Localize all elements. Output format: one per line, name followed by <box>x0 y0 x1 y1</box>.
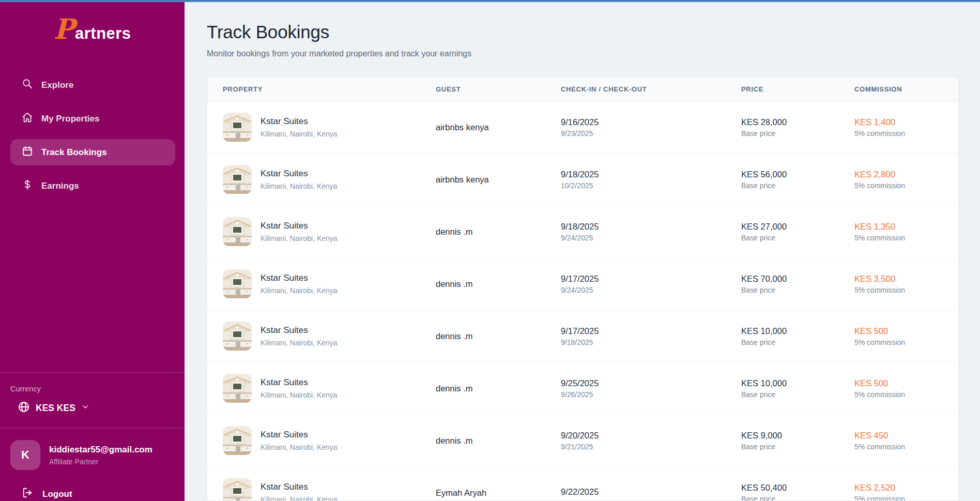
checkin-date: 9/18/2025 <box>561 222 741 232</box>
table-row[interactable]: Kstar Suites Kilimani, Nairobi, Kenya de… <box>207 258 958 310</box>
price-note: Base price <box>741 234 854 242</box>
price-value: KES 10,000 <box>741 326 854 336</box>
page-title: Track Bookings <box>207 22 959 42</box>
checkout-date: 9/26/2025 <box>561 390 741 399</box>
guest-name: airbnbs kenya <box>436 123 561 132</box>
price-note: Base price <box>741 495 854 501</box>
property-name: Kstar Suites <box>261 221 338 231</box>
column-header-property: PROPERTY <box>207 85 436 93</box>
table-row[interactable]: Kstar Suites Kilimani, Nairobi, Kenya ai… <box>207 154 958 206</box>
checkout-date: 9/24/2025 <box>561 286 741 294</box>
property-name: Kstar Suites <box>261 430 338 440</box>
dollar-icon <box>22 179 33 193</box>
guest-name: dennis .m <box>436 436 561 446</box>
checkin-date: 9/20/2025 <box>561 431 741 441</box>
property-name: Kstar Suites <box>261 325 338 336</box>
property-thumbnail <box>223 322 252 351</box>
sidebar-item-label: My Properties <box>41 114 99 124</box>
page-subtitle: Monitor bookings from your marketed prop… <box>207 49 959 58</box>
divider <box>0 428 185 428</box>
commission-value: KES 1,400 <box>854 117 958 127</box>
chevron-down-icon <box>81 403 89 414</box>
sidebar-item-explore[interactable]: Explore <box>10 72 175 98</box>
property-thumbnail <box>223 426 252 455</box>
sidebar-item-label: Earnings <box>41 181 79 191</box>
checkout-date: 9/21/2025 <box>561 443 741 451</box>
logout-button[interactable]: Logout <box>22 487 72 501</box>
sidebar-nav: Explore My Properties Track Bookings Ear… <box>0 72 185 199</box>
sidebar-bottom: Currency KES KES K kiddiestar55@gmail.co… <box>0 372 185 501</box>
commission-value: KES 1,350 <box>854 222 958 232</box>
price-note: Base price <box>741 129 854 138</box>
commission-note: 5% commission <box>854 181 958 190</box>
property-location: Kilimani, Nairobi, Kenya <box>261 234 338 242</box>
price-value: KES 70,000 <box>741 274 854 284</box>
user-email: kiddiestar55@gmail.com <box>49 445 152 455</box>
checkin-date: 9/18/2025 <box>561 170 741 179</box>
commission-note: 5% commission <box>854 495 958 501</box>
logout-label: Logout <box>42 489 72 499</box>
property-location: Kilimani, Nairobi, Kenya <box>261 286 338 295</box>
price-note: Base price <box>741 338 854 346</box>
commission-value: KES 2,800 <box>854 170 958 179</box>
table-row[interactable]: Kstar Suites Kilimani, Nairobi, Kenya Ey… <box>207 467 958 500</box>
guest-name: dennis .m <box>436 384 561 393</box>
checkout-date: 10/2/2025 <box>561 181 741 190</box>
property-location: Kilimani, Nairobi, Kenya <box>261 391 338 399</box>
commission-value: KES 500 <box>854 326 958 336</box>
price-value: KES 27,000 <box>741 222 854 232</box>
property-location: Kilimani, Nairobi, Kenya <box>261 443 338 451</box>
table-header: PROPERTY GUEST CHECK-IN / CHECK-OUT PRIC… <box>207 77 958 101</box>
currency-selector[interactable]: KES KES <box>18 401 89 416</box>
commission-value: KES 450 <box>854 431 958 441</box>
user-role: Affiliate Partner <box>49 458 152 466</box>
currency-value: KES KES <box>36 403 75 414</box>
guest-name: Eymah Aryah <box>436 488 561 498</box>
property-name: Kstar Suites <box>261 377 338 388</box>
search-icon <box>22 78 33 92</box>
column-header-commission: COMMISSION <box>854 85 958 93</box>
sidebar-item-my-properties[interactable]: My Properties <box>10 105 175 132</box>
column-header-checkin-checkout: CHECK-IN / CHECK-OUT <box>561 85 741 93</box>
guest-name: dennis .m <box>436 331 561 341</box>
app-logo: Partners <box>0 19 185 43</box>
price-note: Base price <box>741 181 854 190</box>
commission-note: 5% commission <box>854 234 958 242</box>
property-location: Kilimani, Nairobi, Kenya <box>261 495 338 500</box>
property-thumbnail <box>223 217 252 246</box>
property-thumbnail <box>223 269 252 298</box>
price-note: Base price <box>741 390 854 399</box>
table-row[interactable]: Kstar Suites Kilimani, Nairobi, Kenya de… <box>207 362 958 415</box>
divider <box>0 372 185 373</box>
sidebar-item-label: Explore <box>41 80 73 90</box>
property-thumbnail <box>223 478 252 500</box>
sidebar-item-track-bookings[interactable]: Track Bookings <box>10 139 175 165</box>
property-name: Kstar Suites <box>261 169 338 179</box>
home-icon <box>22 112 33 126</box>
guest-name: dennis .m <box>436 279 561 289</box>
checkin-date: 9/16/2025 <box>561 117 741 127</box>
bookings-table: PROPERTY GUEST CHECK-IN / CHECK-OUT PRIC… <box>207 77 959 500</box>
table-row[interactable]: Kstar Suites Kilimani, Nairobi, Kenya de… <box>207 206 958 258</box>
price-note: Base price <box>741 286 854 294</box>
checkin-date: 9/22/2025 <box>561 487 741 497</box>
checkout-date: 9/18/2025 <box>561 338 741 346</box>
sidebar-item-label: Track Bookings <box>41 147 107 158</box>
price-note: Base price <box>741 443 854 451</box>
checkin-date: 9/17/2025 <box>561 326 741 336</box>
property-name: Kstar Suites <box>261 116 338 127</box>
commission-note: 5% commission <box>854 129 958 138</box>
table-row[interactable]: Kstar Suites Kilimani, Nairobi, Kenya de… <box>207 310 958 362</box>
logo-letter-p: P <box>53 19 74 40</box>
price-value: KES 28,000 <box>741 117 854 127</box>
logout-icon <box>22 487 33 501</box>
property-name: Kstar Suites <box>261 273 338 283</box>
price-value: KES 10,000 <box>741 378 854 388</box>
sidebar-item-earnings[interactable]: Earnings <box>10 173 175 199</box>
table-row[interactable]: Kstar Suites Kilimani, Nairobi, Kenya de… <box>207 415 958 467</box>
calendar-icon <box>22 145 33 159</box>
table-body: Kstar Suites Kilimani, Nairobi, Kenya ai… <box>207 101 958 500</box>
table-row[interactable]: Kstar Suites Kilimani, Nairobi, Kenya ai… <box>207 101 958 154</box>
currency-label: Currency <box>10 385 185 393</box>
globe-icon <box>18 401 30 416</box>
